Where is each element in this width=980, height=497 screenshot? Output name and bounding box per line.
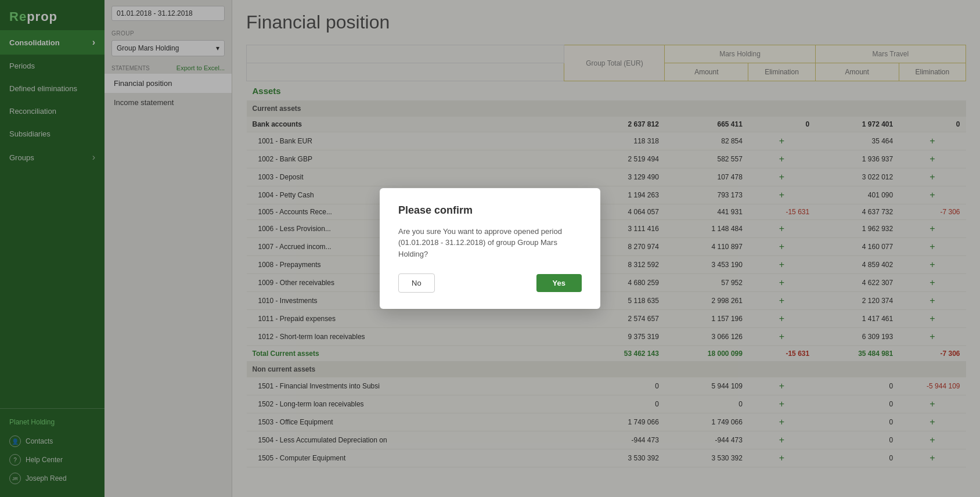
- modal-overlay: Please confirm Are you sure You want to …: [0, 0, 980, 497]
- modal-title: Please confirm: [398, 204, 582, 217]
- confirm-modal: Please confirm Are you sure You want to …: [380, 188, 600, 309]
- modal-footer: No Yes: [398, 273, 582, 293]
- yes-button[interactable]: Yes: [536, 274, 582, 292]
- no-button[interactable]: No: [398, 273, 435, 293]
- modal-body: Are you sure You want to approve opened …: [398, 226, 582, 260]
